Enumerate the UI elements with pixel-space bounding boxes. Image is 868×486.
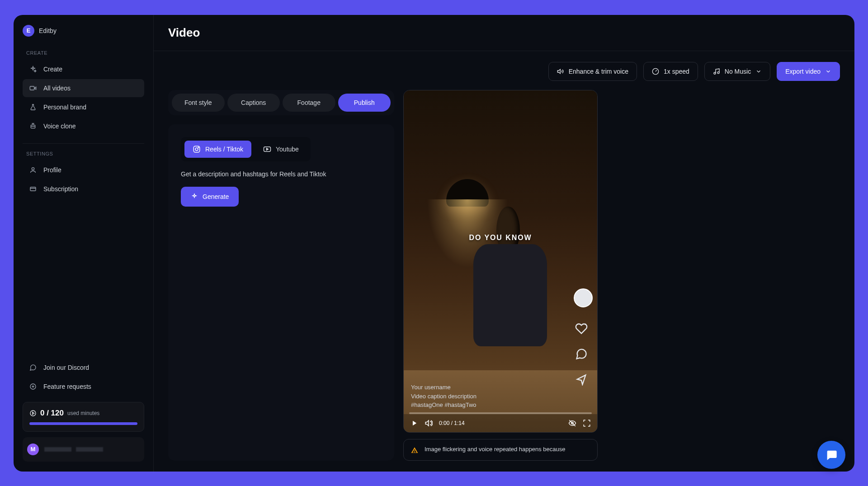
sidebar-item-create[interactable]: Create <box>23 60 144 78</box>
video-icon <box>29 84 37 92</box>
gauge-icon <box>652 68 659 75</box>
speed-button[interactable]: 1x speed <box>643 62 698 81</box>
editor-tabs: Font style Captions Footage Publish <box>168 90 394 115</box>
preview-column: DO YOU KNOW Your username Video caption … <box>403 90 598 461</box>
sparkle-icon <box>191 193 198 200</box>
comment-icon[interactable] <box>574 346 589 362</box>
button-label: Generate <box>203 193 229 200</box>
sidebar-item-personal-brand[interactable]: Personal brand <box>23 98 144 116</box>
button-label: 1x speed <box>664 68 689 75</box>
sidebar-item-label: Voice clone <box>43 123 76 130</box>
play-icon[interactable] <box>410 419 418 427</box>
svg-point-10 <box>198 147 199 148</box>
svg-rect-0 <box>30 86 34 90</box>
preview-meta-overlay: Your username Video caption description … <box>411 383 476 410</box>
preview-caption-text: DO YOU KNOW <box>469 234 532 242</box>
video-controls: 0:00 / 1:14 <box>404 414 597 432</box>
usage-suffix: used minutes <box>67 410 99 416</box>
sidebar-item-profile[interactable]: Profile <box>23 161 144 179</box>
chevron-down-icon <box>755 68 762 75</box>
chat-bubble-icon <box>825 448 838 461</box>
section-label-settings: SETTINGS <box>23 151 144 156</box>
usage-bar <box>29 422 137 425</box>
warning-text: Image flickering and voice repeated happ… <box>425 446 566 453</box>
sidebar-item-label: Subscription <box>43 185 78 193</box>
platform-label: Youtube <box>276 146 299 153</box>
workspace-switcher[interactable]: E Editby <box>23 25 144 37</box>
section-label-create: CREATE <box>23 50 144 56</box>
button-label: Enhance & trim voice <box>569 68 628 75</box>
preview-hashtags: #hastagOne #hastagTwo <box>411 401 476 410</box>
generate-button[interactable]: Generate <box>181 187 239 207</box>
visibility-off-icon[interactable] <box>568 419 576 427</box>
music-icon <box>713 68 720 75</box>
sidebar-item-voice-clone[interactable]: Voice clone <box>23 117 144 135</box>
youtube-icon <box>263 145 271 153</box>
platform-youtube[interactable]: Youtube <box>255 141 307 158</box>
like-icon[interactable] <box>574 321 589 336</box>
chevron-down-icon <box>825 68 831 75</box>
enhance-voice-button[interactable]: Enhance & trim voice <box>548 62 637 81</box>
editor-column: Font style Captions Footage Publish Reel… <box>168 90 394 461</box>
instagram-icon <box>193 145 201 153</box>
svg-point-2 <box>32 126 32 127</box>
sidebar-item-discord[interactable]: Join our Discord <box>23 359 144 377</box>
volume-icon[interactable] <box>425 419 433 427</box>
video-time: 0:00 / 1:14 <box>439 420 465 426</box>
user-details-masked <box>44 447 103 452</box>
toolbar: Enhance & trim voice 1x speed No Music E… <box>168 62 840 81</box>
sidebar-item-feature-requests[interactable]: Feature requests <box>23 377 144 396</box>
page-title: Video <box>168 26 840 40</box>
sidebar-item-label: Feature requests <box>43 383 91 390</box>
svg-point-3 <box>33 126 34 127</box>
main: Video Enhance & trim voice 1x speed No M… <box>154 15 854 472</box>
creator-avatar[interactable] <box>574 288 593 307</box>
flask-icon <box>29 103 37 111</box>
sidebar-item-subscription[interactable]: Subscription <box>23 180 144 198</box>
workspace-name: Editby <box>39 27 57 34</box>
publish-panel: Reels / Tiktok Youtube Get a description… <box>168 124 394 461</box>
publish-instruction: Get a description and hashtags for Reels… <box>181 170 382 178</box>
sidebar-item-label: Profile <box>43 166 61 174</box>
chat-fab[interactable] <box>817 441 845 469</box>
sparkle-icon <box>29 65 37 73</box>
speaker-icon <box>557 68 564 75</box>
tab-captions[interactable]: Captions <box>227 94 280 112</box>
user-menu[interactable]: M <box>23 437 144 462</box>
sidebar-item-label: Join our Discord <box>43 364 89 371</box>
platform-label: Reels / Tiktok <box>205 146 243 153</box>
usage-card: 0 / 120 used minutes <box>23 402 144 432</box>
social-overlay <box>574 288 593 387</box>
preview-description: Video caption description <box>411 392 476 401</box>
video-preview[interactable]: DO YOU KNOW Your username Video caption … <box>403 90 598 433</box>
page-header: Video <box>154 15 854 51</box>
divider <box>23 143 144 144</box>
preview-image <box>404 90 597 432</box>
preview-username: Your username <box>411 383 476 392</box>
platform-reels-tiktok[interactable]: Reels / Tiktok <box>184 141 251 158</box>
warning-card: Image flickering and voice repeated happ… <box>403 439 598 461</box>
svg-rect-5 <box>30 187 36 191</box>
chat-icon <box>29 363 37 372</box>
music-dropdown[interactable]: No Music <box>704 62 770 81</box>
warning-icon <box>411 447 418 454</box>
svg-point-4 <box>32 167 34 170</box>
sidebar-item-all-videos[interactable]: All videos <box>23 79 144 97</box>
tab-publish[interactable]: Publish <box>338 94 391 112</box>
sidebar-item-label: Personal brand <box>43 104 86 111</box>
svg-point-9 <box>195 148 198 151</box>
button-label: No Music <box>725 68 751 75</box>
card-icon <box>29 185 37 193</box>
button-label: Export video <box>785 68 821 75</box>
tab-font-style[interactable]: Font style <box>172 94 225 112</box>
sidebar: E Editby CREATE Create All videos Person… <box>14 15 154 472</box>
usage-count: 0 / 120 <box>40 409 64 418</box>
user-avatar: M <box>27 444 39 455</box>
user-icon <box>29 166 37 174</box>
fullscreen-icon[interactable] <box>583 419 591 427</box>
export-video-button[interactable]: Export video <box>777 62 840 81</box>
plus-circle-icon <box>29 382 37 391</box>
tab-footage[interactable]: Footage <box>283 94 335 112</box>
share-icon[interactable] <box>574 372 589 387</box>
content-grid: Font style Captions Footage Publish Reel… <box>168 90 840 461</box>
